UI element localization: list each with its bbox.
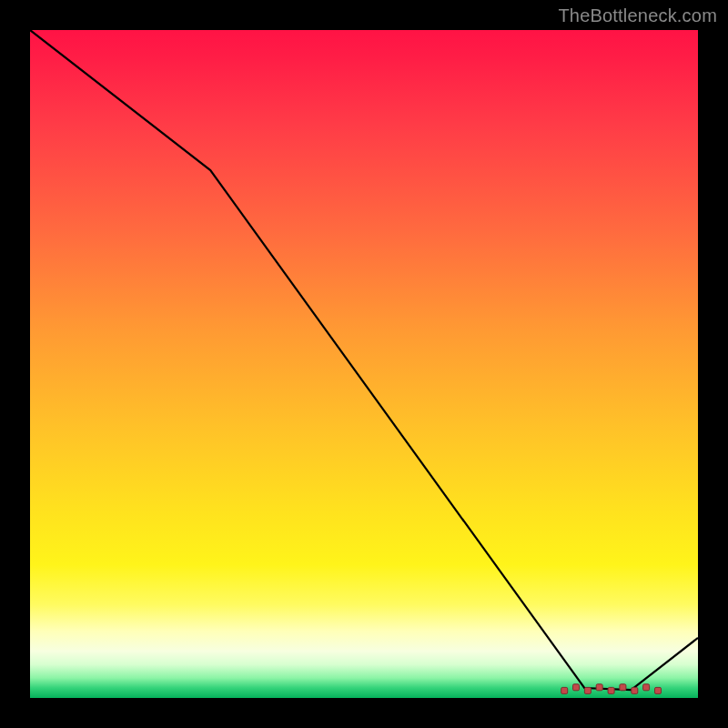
- optimal-marker: [643, 684, 650, 691]
- optimal-marker: [620, 684, 626, 691]
- optimal-range-markers: [561, 684, 662, 694]
- bottleneck-line-chart: [30, 30, 698, 698]
- trend-polyline: [30, 30, 698, 690]
- optimal-marker: [608, 687, 614, 693]
- chart-frame: TheBottleneck.com: [0, 0, 728, 728]
- attribution-label: TheBottleneck.com: [558, 5, 717, 26]
- optimal-marker: [561, 687, 568, 693]
- optimal-marker: [632, 687, 638, 693]
- optimal-marker: [655, 687, 662, 693]
- plot-area: [30, 30, 698, 698]
- optimal-marker: [584, 687, 591, 693]
- optimal-marker: [596, 684, 602, 691]
- optimal-marker: [573, 684, 580, 691]
